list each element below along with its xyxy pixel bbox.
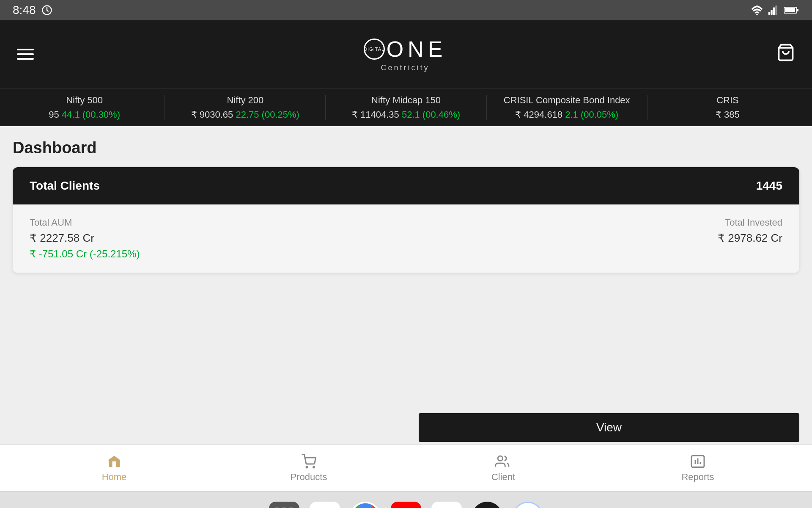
logo-one: ONE	[387, 36, 447, 62]
svg-rect-8	[785, 8, 795, 12]
svg-point-10	[306, 467, 307, 468]
page-title: Dashboard	[13, 139, 799, 157]
total-invested-label: Total Invested	[718, 217, 782, 228]
bottom-navigation: Home Products Client Reports	[0, 444, 812, 491]
home-icon	[107, 454, 122, 469]
clients-card: Total Clients 1445 Total AUM ₹ 2227.58 C…	[13, 167, 799, 273]
header: DIGITAL ONE Centricity	[0, 20, 812, 88]
nav-home[interactable]: Home	[17, 454, 211, 483]
svg-rect-3	[771, 10, 772, 15]
card-body: Total AUM ₹ 2227.58 Cr ₹ -751.05 Cr (-25…	[13, 204, 799, 273]
view-button[interactable]: View	[419, 413, 799, 442]
total-clients-label: Total Clients	[30, 179, 100, 193]
photos-app-icon[interactable]	[431, 502, 462, 508]
svg-point-1	[756, 14, 758, 15]
app-dock: ONE	[0, 491, 812, 508]
products-icon	[301, 454, 316, 469]
nav-reports-label: Reports	[681, 472, 714, 483]
gmail-app-icon[interactable]	[310, 502, 340, 508]
logo-centricity: Centricity	[381, 64, 429, 72]
app-grid-icon[interactable]	[269, 502, 299, 508]
ticker-nifty200: Nifty 200 ₹ 9030.65 22.75 (00.25%)	[165, 95, 326, 120]
wifi-icon	[750, 6, 764, 15]
main-content: Dashboard Total Clients 1445 Total AUM ₹…	[0, 126, 812, 411]
svg-rect-5	[775, 6, 777, 15]
timer-icon	[41, 4, 53, 16]
nav-home-label: Home	[102, 472, 127, 483]
total-clients-value: 1445	[756, 179, 782, 193]
status-time: 8:48	[13, 3, 36, 17]
total-invested-value: ₹ 2978.62 Cr	[718, 232, 782, 245]
one-app-icon[interactable]: ONE	[472, 502, 502, 508]
total-aum-label: Total AUM	[30, 217, 140, 228]
chrome-app-icon[interactable]	[350, 502, 381, 508]
cart-button[interactable]	[776, 43, 795, 66]
nav-client[interactable]: Client	[406, 454, 601, 483]
youtube-app-icon[interactable]	[391, 502, 421, 508]
svg-point-12	[498, 456, 502, 461]
logo: DIGITAL ONE Centricity	[364, 36, 447, 72]
market-ticker: Nifty 500 95 44.1 (00.30%) Nifty 200 ₹ 9…	[0, 88, 812, 126]
client-icon	[495, 454, 512, 469]
nav-products[interactable]: Products	[211, 454, 406, 483]
battery-icon	[784, 6, 799, 15]
view-button-container: View	[0, 411, 812, 444]
total-aum-value: ₹ 2227.58 Cr	[30, 232, 140, 245]
ticker-crisil: CRISIL Composite Bond Index ₹ 4294.618 2…	[487, 95, 647, 120]
ticker-nifty500: Nifty 500 95 44.1 (00.30%)	[4, 95, 165, 120]
nav-client-label: Client	[491, 472, 515, 483]
svg-rect-7	[797, 9, 798, 11]
invested-section: Total Invested ₹ 2978.62 Cr	[718, 217, 782, 248]
svg-rect-4	[773, 7, 775, 15]
menu-button[interactable]	[17, 49, 34, 60]
aum-section: Total AUM ₹ 2227.58 Cr ₹ -751.05 Cr (-25…	[30, 217, 140, 260]
nav-products-label: Products	[291, 472, 327, 483]
ticker-niftymidcap: Nifty Midcap 150 ₹ 11404.35 52.1 (00.46%…	[326, 95, 486, 120]
reports-icon	[690, 454, 705, 469]
ticker-cris: CRIS ₹ 385	[647, 95, 808, 120]
svg-rect-2	[768, 12, 770, 15]
svg-point-11	[313, 467, 315, 468]
nav-reports[interactable]: Reports	[601, 454, 795, 483]
messages-app-icon[interactable]	[513, 502, 543, 508]
card-stats: Total AUM ₹ 2227.58 Cr ₹ -751.05 Cr (-25…	[30, 217, 782, 260]
status-bar: 8:48	[0, 0, 812, 20]
total-aum-change: ₹ -751.05 Cr (-25.215%)	[30, 248, 140, 260]
card-header: Total Clients 1445	[13, 167, 799, 204]
signal-icon	[768, 6, 780, 15]
logo-circle: DIGITAL	[364, 39, 385, 60]
